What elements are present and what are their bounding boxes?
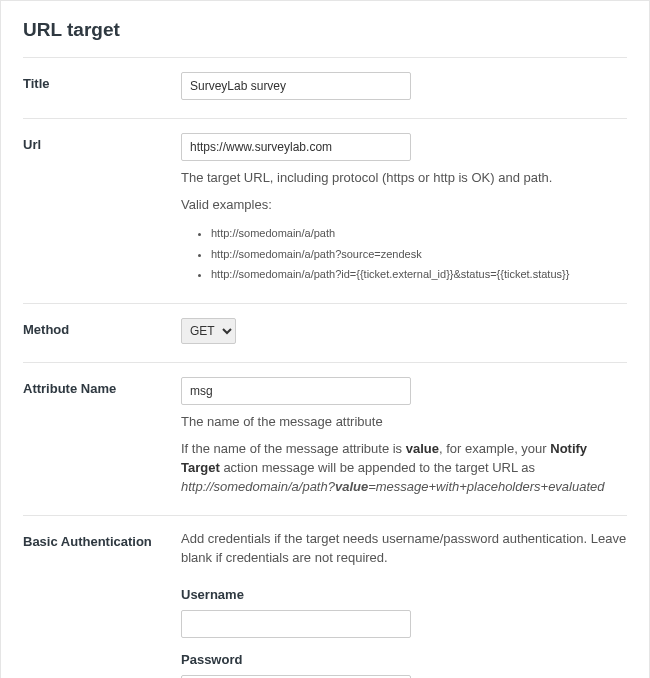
method-select[interactable]: GET	[181, 318, 236, 344]
auth-help: Add credentials if the target needs user…	[181, 530, 627, 568]
page-title: URL target	[23, 19, 627, 41]
url-help: The target URL, including protocol (http…	[181, 169, 627, 188]
url-example: http://somedomain/a/path?source=zendesk	[211, 244, 627, 265]
attribute-label: Attribute Name	[23, 377, 181, 496]
url-examples-list: http://somedomain/a/path http://somedoma…	[181, 223, 627, 286]
title-label: Title	[23, 72, 181, 100]
url-example: http://somedomain/a/path	[211, 223, 627, 244]
url-label: Url	[23, 133, 181, 285]
attribute-row: Attribute Name The name of the message a…	[23, 363, 627, 514]
username-label: Username	[181, 587, 627, 602]
auth-row: Basic Authentication Add credentials if …	[23, 516, 627, 678]
attribute-help1: The name of the message attribute	[181, 413, 627, 432]
title-row: Title	[23, 58, 627, 118]
username-input[interactable]	[181, 610, 411, 638]
url-examples-label: Valid examples:	[181, 196, 627, 215]
method-row: Method GET	[23, 304, 627, 362]
url-row: Url The target URL, including protocol (…	[23, 119, 627, 303]
method-label: Method	[23, 318, 181, 344]
url-input[interactable]	[181, 133, 411, 161]
auth-label: Basic Authentication	[23, 530, 181, 678]
password-label: Password	[181, 652, 627, 667]
attribute-input[interactable]	[181, 377, 411, 405]
title-input[interactable]	[181, 72, 411, 100]
attribute-help2: If the name of the message attribute is …	[181, 440, 627, 497]
url-example: http://somedomain/a/path?id={{ticket.ext…	[211, 264, 627, 285]
